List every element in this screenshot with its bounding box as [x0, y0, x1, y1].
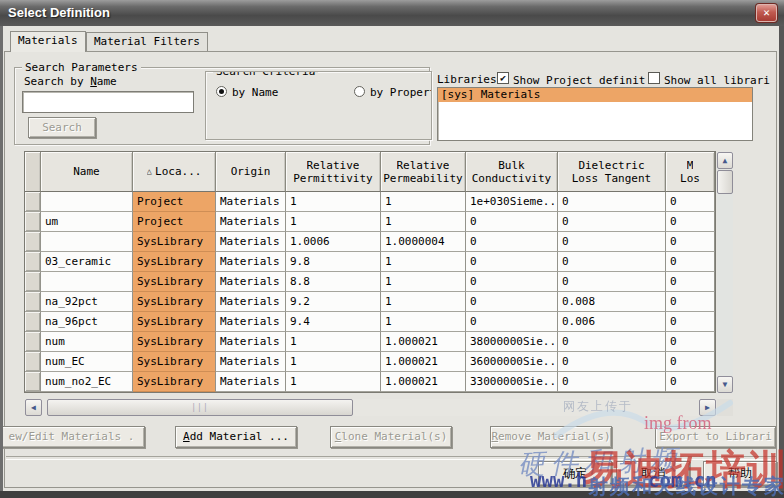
- column-header-rel_permeability[interactable]: RelativePermeability: [381, 152, 466, 192]
- cell-rel_permittivity: 1.0006: [286, 232, 381, 252]
- cell-origin: Materials: [216, 292, 286, 312]
- table-row[interactable]: na_92pctSysLibraryMaterials9.2100.0080: [25, 292, 715, 312]
- cell-origin: Materials: [216, 212, 286, 232]
- show-project-checkbox[interactable]: ✔: [497, 72, 509, 84]
- row-selector[interactable]: [25, 332, 41, 352]
- cell-rel_permeability: 1: [381, 272, 466, 292]
- cell-origin: Materials: [216, 192, 286, 212]
- row-selector[interactable]: [25, 312, 41, 332]
- add-material-button[interactable]: Add Material ...: [175, 426, 297, 448]
- horizontal-scrollbar[interactable]: ◀ ||| ▶: [25, 399, 716, 416]
- search-criteria-legend: Search Criteria: [213, 71, 318, 78]
- scrollbar-corner: [717, 399, 733, 416]
- cell-rel_permeability: 1: [381, 292, 466, 312]
- table-row[interactable]: num_no2_ECSysLibraryMaterials11.00002133…: [25, 372, 715, 392]
- table-row[interactable]: umProjectMaterials11000: [25, 212, 715, 232]
- vertical-scroll-thumb[interactable]: [717, 170, 733, 194]
- cell-rel_permeability: 1.000021: [381, 332, 466, 352]
- show-all-libraries-checkbox[interactable]: [648, 72, 660, 84]
- cell-mag_loss_tangent: 0: [666, 372, 715, 392]
- search-by-name-label: Search by Name: [24, 75, 117, 88]
- cell-rel_permittivity: 1: [286, 332, 381, 352]
- row-selector[interactable]: [25, 352, 41, 372]
- cell-mag_loss_tangent: 0: [666, 312, 715, 332]
- table-row[interactable]: 03_ceramicSysLibraryMaterials9.81000: [25, 252, 715, 272]
- divider: [6, 456, 776, 460]
- row-selector[interactable]: [25, 232, 41, 252]
- column-header-location[interactable]: △Loca...: [133, 152, 216, 192]
- cell-name: num_no2_EC: [41, 372, 133, 392]
- libraries-listbox[interactable]: [sys] Materials: [437, 87, 753, 141]
- row-selector[interactable]: [25, 212, 41, 232]
- cell-name: na_96pct: [41, 312, 133, 332]
- cancel-button[interactable]: 取消: [616, 461, 690, 486]
- row-selector[interactable]: [25, 192, 41, 212]
- column-header-origin[interactable]: Origin: [216, 152, 286, 192]
- cell-name: [41, 232, 133, 252]
- table-row[interactable]: na_96pctSysLibraryMaterials9.4100.0060: [25, 312, 715, 332]
- table-row[interactable]: ProjectMaterials111e+030Sieme...00: [25, 192, 715, 212]
- cell-diel_loss_tangent: 0: [558, 352, 666, 372]
- cell-location: SysLibrary: [133, 352, 216, 372]
- libraries-label: Libraries: [437, 73, 497, 86]
- search-name-input[interactable]: [22, 91, 194, 113]
- ok-button[interactable]: 确定: [538, 461, 612, 486]
- dialog-border-bottom: [0, 491, 784, 498]
- scroll-right-icon[interactable]: ▶: [699, 399, 716, 416]
- cell-name: [41, 192, 133, 212]
- table-row[interactable]: SysLibraryMaterials8.81000: [25, 272, 715, 292]
- cell-diel_loss_tangent: 0.008: [558, 292, 666, 312]
- vertical-scrollbar[interactable]: ▲ ▼: [717, 152, 733, 393]
- row-selector[interactable]: [25, 272, 41, 292]
- by-name-radio-label: by Name: [232, 86, 278, 99]
- row-selector[interactable]: [25, 252, 41, 272]
- tab-materials[interactable]: Materials: [10, 31, 86, 52]
- cell-diel_loss_tangent: 0: [558, 232, 666, 252]
- search-button[interactable]: Search: [28, 117, 96, 138]
- cell-rel_permittivity: 1: [286, 212, 381, 232]
- table-row[interactable]: num_ECSysLibraryMaterials11.000021360000…: [25, 352, 715, 372]
- cell-rel_permittivity: 1: [286, 192, 381, 212]
- cell-location: Project: [133, 212, 216, 232]
- cell-name: na_92pct: [41, 292, 133, 312]
- row-selector[interactable]: [25, 292, 41, 312]
- cell-bulk_conductivity: 0: [466, 292, 558, 312]
- cell-origin: Materials: [216, 372, 286, 392]
- by-name-radio[interactable]: [216, 86, 227, 97]
- tab-material-filters[interactable]: Material Filters: [86, 32, 208, 51]
- cell-bulk_conductivity: 36000000Sie...: [466, 352, 558, 372]
- column-header-bulk_conductivity[interactable]: BulkConductivity: [466, 152, 558, 192]
- sort-ascending-icon: △: [147, 165, 152, 178]
- view-edit-materials-button[interactable]: ew/Edit Materials .: [0, 426, 145, 448]
- scroll-up-icon[interactable]: ▲: [717, 152, 733, 169]
- cell-rel_permeability: 1: [381, 212, 466, 232]
- show-all-libraries-label: Show all librari: [664, 74, 776, 87]
- cell-location: SysLibrary: [133, 292, 216, 312]
- cell-name: num: [41, 332, 133, 352]
- column-header-rel_permittivity[interactable]: RelativePermittivity: [286, 152, 381, 192]
- close-icon: ✕: [763, 6, 770, 19]
- column-header-name[interactable]: Name: [41, 152, 133, 192]
- cell-diel_loss_tangent: 0: [558, 332, 666, 352]
- cell-bulk_conductivity: 0: [466, 252, 558, 272]
- show-project-label: Show Project definiti: [513, 74, 645, 87]
- by-property-radio[interactable]: [354, 86, 365, 97]
- clone-material-button[interactable]: Clone Material(s): [330, 426, 452, 448]
- close-button[interactable]: ✕: [756, 4, 777, 22]
- scroll-down-icon[interactable]: ▼: [717, 376, 733, 393]
- title-bar[interactable]: Select Definition ✕: [0, 0, 784, 26]
- table-row[interactable]: numSysLibraryMaterials11.00002138000000S…: [25, 332, 715, 352]
- help-button[interactable]: 帮助: [703, 461, 777, 486]
- column-header-rowhdr[interactable]: [25, 152, 41, 192]
- cell-bulk_conductivity: 0: [466, 232, 558, 252]
- library-item[interactable]: [sys] Materials: [438, 88, 752, 102]
- row-selector[interactable]: [25, 372, 41, 392]
- export-to-library-button[interactable]: Export to Librari: [655, 426, 776, 448]
- table-row[interactable]: SysLibraryMaterials1.00061.0000004000: [25, 232, 715, 252]
- horizontal-scroll-thumb[interactable]: |||: [47, 399, 353, 416]
- remove-material-button[interactable]: Remove Material(s): [490, 426, 612, 448]
- scroll-left-icon[interactable]: ◀: [25, 399, 42, 416]
- column-header-diel_loss_tangent[interactable]: DielectricLoss Tangent: [558, 152, 666, 192]
- column-header-mag_loss_tangent[interactable]: MLos: [666, 152, 715, 192]
- cell-location: SysLibrary: [133, 252, 216, 272]
